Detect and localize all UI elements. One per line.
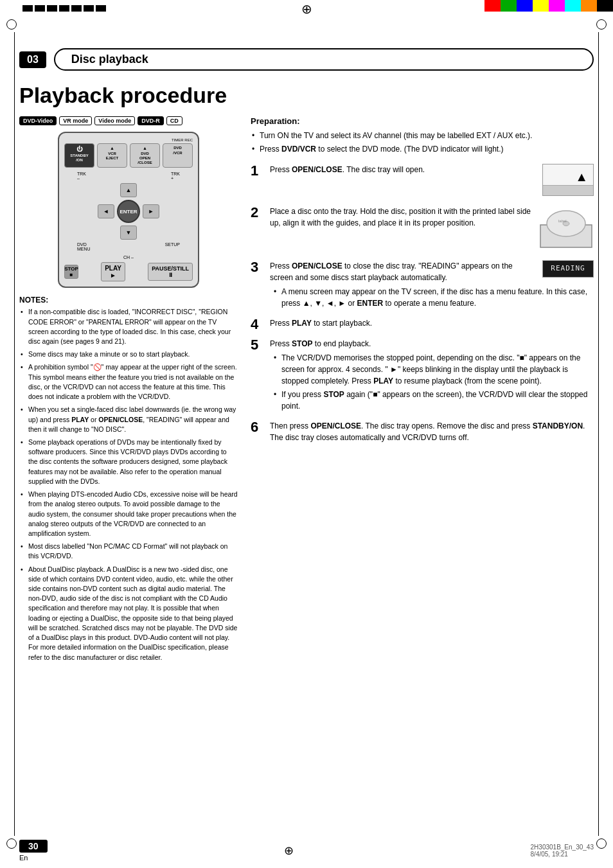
step-number-5: 5 [251,338,263,352]
chapter-number: 03 [19,51,46,68]
trk-minus-label: TRK– [77,172,86,181]
disc-loading-illustration: label [539,206,594,251]
preparation-section: Preparation: Turn ON the TV and select i… [251,116,594,155]
step-number-6: 6 [251,420,263,434]
svg-text:label: label [558,219,567,223]
reg-mark-bl [6,838,17,849]
chapter-header: 03 Disc playback [19,48,594,71]
disc-badge: VR mode [59,116,92,125]
step-number-3: 3 [251,260,263,274]
prep-item: Turn ON the TV and select its AV channel… [251,130,594,141]
note-item: About DualDisc playback. A DualDisc is a… [19,565,238,662]
step-6: 6Then press OPEN/CLOSE. The disc tray op… [251,420,594,443]
notes-list: If a non-compatible disc is loaded, "INC… [19,307,238,662]
page-number-section: 30 En [19,840,48,862]
disc-badge: DVD-R [138,116,164,125]
note-item: When playing DTS-encoded Audio CDs, exce… [19,490,238,538]
remote-illustration: TIMER REC ⏻ STANDBY/ON ▲ VCREJECT ▲ DVDO [58,132,199,288]
step-content-6: Then press OPEN/CLOSE. The disc tray ope… [270,420,594,443]
step-3: 3READINGPress OPEN/CLOSE to close the di… [251,260,594,311]
two-column-layout: DVD-VideoVR modeVideo modeDVD-RCD TIMER … [19,116,594,665]
page-footer: 30 En ⊕ 2H30301B_En_30_43 8/4/05, 19:21 [19,840,594,862]
note-item: A prohibition symbol "🚫" may appear at t… [19,362,238,402]
footer-right: 2H30301B_En_30_43 8/4/05, 19:21 [531,844,594,858]
enter-button[interactable]: ENTER [117,200,140,223]
step-sub-item: If you press STOP again ("■" appears on … [272,389,594,412]
tray-open-illustration: ▲ [542,164,594,196]
dvd-vcr-button[interactable]: DVD/VCR [163,143,193,168]
nav-down-row: ▼ [120,226,137,240]
crosshair-bottom: ⊕ [284,844,294,858]
left-column: DVD-VideoVR modeVideo modeDVD-RCD TIMER … [19,116,238,665]
step-content-2: label Place a disc onto the tray. Hold t… [270,206,594,254]
trk-plus-label: TRK+ [171,172,180,181]
nav-left-button[interactable]: ◄ [98,204,114,218]
nav-middle-row: ◄ ENTER ► [98,200,159,223]
crosshair-top: ⊕ [301,1,312,17]
preparation-list: Turn ON the TV and select its AV channel… [251,130,594,155]
pause-still-button[interactable]: PAUSE/STILL⏸ [148,263,193,281]
step-content-3: READINGPress OPEN/CLOSE to close the dis… [270,260,594,311]
reg-mark-br [596,838,607,849]
step-content-1: ▲ Press OPEN/CLOSE. The disc tray will o… [270,164,594,199]
color-registration-bar [484,0,613,12]
step-sub-item: The VCR/DVD memorises the stopped point,… [272,352,594,387]
dvd-open-close-button[interactable]: ▲ DVDOPEN/CLOSE [130,143,160,168]
page-title: Playback procedure [19,84,594,107]
notes-title: NOTES: [19,296,238,305]
calibration-bars [22,5,106,12]
vcr-eject-button[interactable]: ▲ VCREJECT [97,143,127,168]
step-sub-item: A menu screen may appear on the TV scree… [272,286,594,309]
step-number-2: 2 [251,206,263,220]
preparation-title: Preparation: [251,116,594,126]
page-number: 30 [19,840,48,853]
remote-control: TIMER REC ⏻ STANDBY/ON ▲ VCREJECT ▲ DVDO [58,132,199,288]
step-2: 2 label Place a disc onto the tray. Hold… [251,206,594,254]
notes-section: NOTES: If a non-compatible disc is loade… [19,296,238,662]
setup-label: SETUP [165,242,180,251]
footer-filename: 2H30301B_En_30_43 [531,844,594,851]
page-lang: En [19,854,48,862]
note-item: If a non-compatible disc is loaded, "INC… [19,307,238,346]
prep-item: Press DVD/VCR to select the DVD mode. (T… [251,143,594,155]
step-4: 4Press PLAY to start playback. [251,317,594,332]
disc-badge: CD [166,116,182,125]
play-button[interactable]: PLAY► [101,262,125,281]
disc-badges: DVD-VideoVR modeVideo modeDVD-RCD [19,116,238,125]
remote-nav: TRK– TRK+ ▲ ◄ ENTER ► ▼ [64,172,193,251]
side-line-left [14,32,15,836]
note-item: Some discs may take a minute or so to st… [19,350,238,359]
dvd-menu-label: DVDMENU [77,242,91,251]
timer-rec-label: TIMER REC [64,138,193,142]
remote-top-buttons: ⏻ STANDBY/ON ▲ VCREJECT ▲ DVDOPEN/CLOSE [64,143,193,168]
transport-buttons: STOP■ PLAY► PAUSE/STILL⏸ [64,262,193,281]
footer-center: ⊕ [284,844,294,858]
step-content-4: Press PLAY to start playback. [270,317,594,329]
note-item: Some playback operations of DVDs may be … [19,438,238,486]
disc-badge: Video mode [94,116,135,125]
ch-minus-label: CH – [64,255,193,260]
stop-button[interactable]: STOP■ [64,265,78,279]
reg-mark-tr [596,19,607,30]
reading-display: READING [542,260,594,278]
nav-down-button[interactable]: ▼ [120,226,137,240]
nav-right-button[interactable]: ► [143,204,159,218]
standby-button[interactable]: ⏻ STANDBY/ON [64,143,94,168]
nav-up-button[interactable]: ▲ [120,183,137,197]
footer-date: 8/4/05, 19:21 [531,851,594,858]
chapter-title: Disc playback [54,48,594,71]
step-number-1: 1 [251,164,263,178]
step-number-4: 4 [251,317,263,332]
steps-section: 1 ▲ Press OPEN/CLOSE. The disc tray will… [251,164,594,443]
right-column: Preparation: Turn ON the TV and select i… [251,116,594,450]
step-5: 5Press STOP to end playback.The VCR/DVD … [251,338,594,414]
step-content-5: Press STOP to end playback.The VCR/DVD m… [270,338,594,414]
note-item: Most discs labelled "Non PC/MAC CD Forma… [19,542,238,561]
step-1: 1 ▲ Press OPEN/CLOSE. The disc tray will… [251,164,594,199]
reg-mark-tl [6,19,17,30]
side-line-right [598,32,599,836]
disc-badge: DVD-Video [19,116,57,125]
note-item: When you set a single-faced disc label d… [19,405,238,434]
nav-up-row: ▲ [120,183,137,197]
main-content: Playback procedure DVD-VideoVR modeVideo… [19,84,594,829]
